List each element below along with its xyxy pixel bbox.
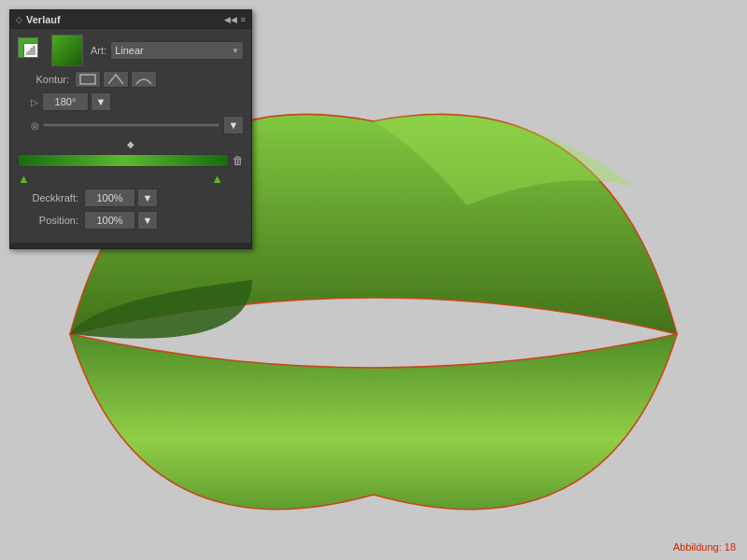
aspect-slider[interactable] (43, 123, 219, 127)
panel-collapse-icon: ◇ (16, 15, 22, 24)
deckkraft-label: Deckkraft: (18, 192, 78, 203)
gradient-bar[interactable] (18, 154, 229, 167)
kontur-btn-1[interactable] (75, 71, 101, 88)
deckkraft-row: Deckkraft: ▼ (18, 189, 244, 207)
art-dropdown-value: Linear (115, 45, 144, 56)
panel-title-right: ◀◀ ≡ (224, 15, 246, 24)
panel-title-left: ◇ Verlauf (16, 14, 61, 25)
position-dropdown[interactable]: ▼ (137, 211, 158, 230)
kontur-row: Kontur: (18, 71, 244, 88)
gradient-bar-container: 🗑 (18, 151, 244, 170)
gradient-bar-row: ◆ 🗑 ▲ ▲ (18, 139, 244, 185)
background-color-box[interactable] (23, 43, 38, 58)
position-input[interactable] (84, 211, 135, 230)
kontur-btn-2[interactable] (103, 71, 129, 88)
gradient-large-preview[interactable] (51, 35, 83, 66)
angle-dropdown[interactable]: ▼ (91, 92, 111, 111)
angle-triangle-icon: ▷ (31, 97, 38, 107)
angle-input[interactable] (42, 92, 89, 111)
svg-rect-0 (80, 75, 95, 84)
art-dropdown[interactable]: Linear ▼ (110, 41, 244, 60)
panel-body: Art: Linear ▼ Kontur: (10, 29, 251, 239)
aspect-dropdown[interactable]: ▼ (223, 116, 244, 134)
deckkraft-dropdown-arrow-icon: ▼ (143, 192, 153, 203)
kontur-icon-2 (106, 73, 125, 86)
aspect-dropdown-arrow-icon: ▼ (229, 119, 239, 131)
art-row: Art: Linear ▼ (18, 35, 244, 66)
position-row: Position: ▼ (18, 211, 244, 230)
kontur-icon-1 (78, 73, 97, 86)
kontur-icon-3 (134, 73, 153, 86)
angle-row: ▷ ▼ (18, 92, 244, 111)
art-label: Art: (91, 45, 106, 56)
angle-dropdown-arrow-icon: ▼ (96, 96, 106, 107)
kontur-buttons (75, 71, 157, 88)
aspect-circle-icon: ◎ (31, 120, 39, 131)
trash-icon[interactable]: 🗑 (233, 154, 244, 167)
panel-collapse-button[interactable]: ◀◀ (224, 15, 237, 24)
aspect-row: ◎ ▼ (18, 116, 244, 134)
stop-marker-left-icon[interactable]: ▲ (18, 173, 30, 185)
stop-marker-right-icon[interactable]: ▲ (211, 173, 223, 185)
panel-titlebar: ◇ Verlauf ◀◀ ≡ (10, 10, 251, 29)
midpoint-diamond-icon[interactable]: ◆ (127, 139, 134, 149)
deckkraft-dropdown[interactable]: ▼ (137, 189, 158, 207)
color-boxes-container (18, 37, 44, 63)
panel-menu-button[interactable]: ≡ (241, 15, 246, 24)
panel-title-text: Verlauf (26, 14, 61, 25)
kontur-btn-3[interactable] (131, 71, 157, 88)
gradient-panel: ◇ Verlauf ◀◀ ≡ Art: Linear ▼ (9, 9, 252, 249)
kontur-label: Kontur: (18, 74, 69, 85)
stop-markers-row: ▲ ▲ (18, 172, 244, 185)
panel-bottom-divider (10, 243, 251, 248)
position-dropdown-arrow-icon: ▼ (143, 215, 153, 226)
figure-label: Abbildung: 18 (673, 541, 736, 553)
art-dropdown-arrow-icon: ▼ (232, 47, 239, 55)
deckkraft-input[interactable] (84, 189, 135, 207)
position-label: Position: (18, 215, 78, 226)
